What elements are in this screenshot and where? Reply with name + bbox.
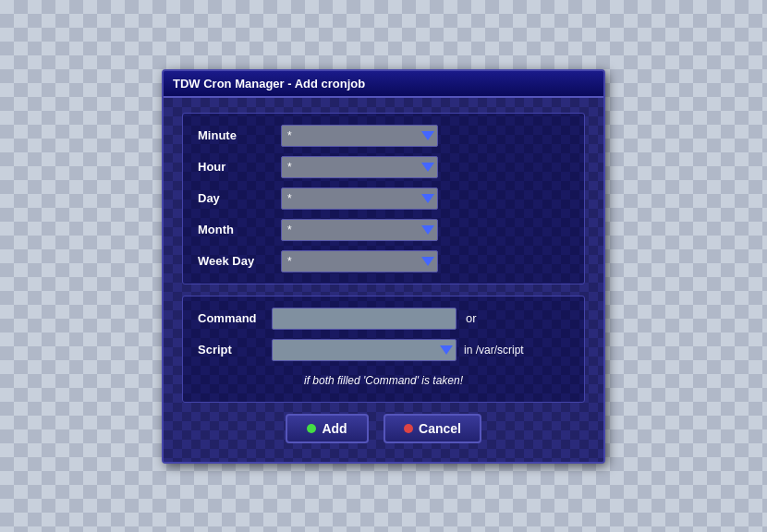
minute-label: Minute <box>198 128 281 142</box>
weekday-row: Week Day * <box>198 250 569 272</box>
button-row: Add Cancel <box>182 414 585 443</box>
weekday-label: Week Day <box>198 254 281 268</box>
weekday-select[interactable]: * <box>281 250 438 272</box>
month-select-wrapper: * <box>281 219 438 241</box>
notice-text: if both filled 'Command' is taken! <box>198 370 569 391</box>
day-label: Day <box>198 191 281 205</box>
day-select[interactable]: * <box>281 187 438 210</box>
minute-select-wrapper: * <box>281 125 438 147</box>
in-var-text: in /var/script <box>464 344 524 357</box>
add-button-dot <box>307 424 316 433</box>
command-label: Command <box>198 311 272 325</box>
cancel-button-dot <box>404 424 413 433</box>
command-row: Command or <box>198 308 569 330</box>
minute-row: Minute * <box>198 125 569 147</box>
schedule-section: Minute * Hour * Day <box>182 113 585 284</box>
add-button[interactable]: Add <box>286 414 369 443</box>
cancel-button-label: Cancel <box>419 421 461 436</box>
add-button-label: Add <box>322 421 347 436</box>
month-row: Month * <box>198 219 569 241</box>
dialog-title: TDW Cron Manager - Add cronjob <box>173 77 365 91</box>
script-label: Script <box>198 343 272 357</box>
dialog-title-bar: TDW Cron Manager - Add cronjob <box>164 71 603 98</box>
command-input[interactable] <box>272 308 457 330</box>
cancel-button[interactable]: Cancel <box>384 414 481 443</box>
weekday-select-wrapper: * <box>281 250 438 272</box>
or-text: or <box>466 311 477 325</box>
cron-manager-dialog: TDW Cron Manager - Add cronjob Minute * … <box>162 69 605 464</box>
command-section: Command or Script in /var/script if both… <box>182 296 585 403</box>
day-row: Day * <box>198 187 569 210</box>
hour-row: Hour * <box>198 156 569 178</box>
hour-select-wrapper: * <box>281 156 438 178</box>
minute-select[interactable]: * <box>281 125 438 147</box>
month-label: Month <box>198 223 281 236</box>
month-select[interactable]: * <box>281 219 438 241</box>
hour-select[interactable]: * <box>281 156 438 178</box>
script-row: Script in /var/script <box>198 339 569 361</box>
script-select-wrapper <box>272 339 457 361</box>
dialog-body: Minute * Hour * Day <box>164 98 603 462</box>
day-select-wrapper: * <box>281 187 438 210</box>
hour-label: Hour <box>198 160 281 174</box>
script-select[interactable] <box>272 339 457 361</box>
